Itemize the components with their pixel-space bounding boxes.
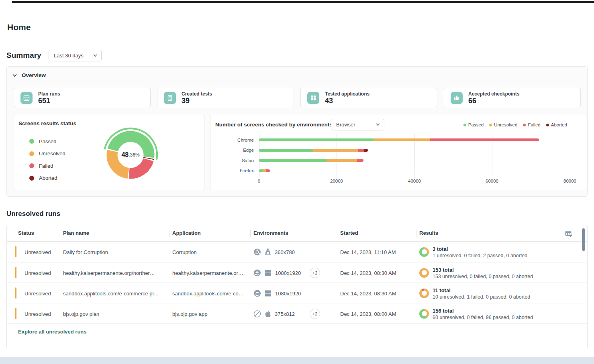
chevron-down-icon	[12, 71, 17, 79]
col-plan-name: Plan name	[63, 230, 89, 236]
row-results: 3 total 1 unresolved, 0 failed, 2 passed…	[433, 246, 527, 258]
legend-item-failed: Failed	[523, 122, 540, 127]
stat-label: Tested applications	[325, 91, 369, 97]
stat-card-plan-runs: Plan runs 651	[14, 88, 151, 107]
summary-range-select[interactable]: Last 30 days	[49, 50, 102, 61]
col-application: Application	[172, 230, 201, 236]
row-resolution: 375x812	[275, 311, 295, 317]
row-status: Unresolved	[24, 311, 51, 317]
edge-icon	[253, 269, 261, 277]
results-mini-donut	[419, 309, 429, 319]
x-tick: 0	[247, 179, 271, 183]
stat-value: 66	[468, 97, 476, 105]
test-doc-icon	[164, 92, 176, 104]
row-application: Corruption	[172, 249, 197, 255]
stat-label: Accepted checkpoints	[468, 91, 519, 97]
status-indicator	[15, 308, 16, 319]
table-row[interactable]: Unresolved healthy.kaiserpermanente.org/…	[7, 262, 587, 283]
bar-safari	[259, 159, 363, 162]
summary-heading: Summary	[6, 51, 41, 60]
bar-edge	[259, 149, 368, 152]
environment-group-select[interactable]: Browser	[331, 119, 384, 130]
bar-segment-failed	[357, 159, 363, 162]
unresolved-runs-heading: Unresolved runs	[6, 210, 60, 218]
safari-icon	[253, 310, 261, 317]
stat-label: Plan runs	[38, 91, 60, 97]
status-indicator	[15, 246, 16, 257]
bar-segment-unresolved	[327, 159, 357, 162]
extra-environments-badge[interactable]: +2	[310, 268, 320, 278]
column-divider	[250, 230, 251, 237]
row-started: Dec 14, 2023, 08:00 AM	[340, 311, 396, 317]
unresolved-dot	[29, 151, 34, 156]
overview-collapse-toggle[interactable]: Overview	[12, 71, 46, 79]
row-environments: 1080x1920	[253, 269, 301, 277]
legend-item-passed: Passed	[463, 122, 484, 127]
x-tick: 60000	[480, 179, 504, 183]
screens-by-environment-card: Number of screens checked by environment…	[210, 115, 588, 190]
linux-icon	[265, 248, 271, 256]
category-label: Edge	[214, 148, 254, 153]
chrome-icon	[253, 248, 261, 256]
windows-icon	[265, 269, 271, 276]
unresolved-dot	[489, 124, 492, 126]
column-divider	[562, 230, 562, 237]
bar-segment-passed	[259, 169, 263, 172]
row-plan-name: Daily for Corruption	[63, 249, 108, 255]
table-scrollbar[interactable]	[582, 228, 585, 251]
chevron-down-icon	[376, 123, 380, 126]
bar-segment-unresolved	[263, 169, 266, 172]
bar-segment-passed	[259, 149, 313, 152]
legend-item-aborted: Aborted	[29, 172, 65, 185]
row-resolution: 1080x1920	[275, 270, 301, 276]
extra-environments-badge[interactable]: +2	[310, 309, 320, 319]
windows-icon	[265, 290, 271, 297]
bar-firefox	[259, 169, 270, 172]
bar-segment-passed	[259, 159, 327, 162]
legend-item-aborted: Aborted	[546, 122, 567, 127]
column-divider	[60, 230, 60, 237]
explore-all-unresolved-runs-link[interactable]: Explore all unresolved runs	[18, 329, 87, 335]
results-status-donut	[98, 123, 163, 187]
legend-item-unresolved: Unresolved	[29, 148, 65, 160]
header-divider	[0, 39, 594, 39]
row-environments: 1080x1920	[253, 289, 301, 297]
row-started: Dec 14, 2023, 11:10 AM	[340, 249, 396, 255]
donut-legend: Passed Unresolved Failed Aborted	[29, 135, 65, 184]
bar-segment-failed	[266, 169, 270, 172]
table-row[interactable]: Unresolved Daily for Corruption Corrupti…	[7, 242, 587, 262]
bar-segment-passed	[259, 138, 374, 141]
bar-chart-legend: Passed Unresolved Failed Aborted	[463, 122, 567, 127]
results-mini-donut	[419, 268, 429, 278]
passed-dot	[463, 124, 466, 126]
results-mini-donut	[419, 289, 429, 298]
bar-segment-unresolved	[374, 138, 430, 141]
col-results: Results	[419, 230, 438, 236]
status-indicator	[15, 267, 16, 278]
stat-card-tested-applications: Tested applications 43	[300, 88, 437, 107]
row-environments: 360x780	[253, 248, 295, 256]
environment-group-value: Browser	[336, 122, 355, 128]
bottom-bar	[0, 357, 594, 364]
screens-results-status-card: Screens results status Passed Unresolved…	[14, 115, 204, 190]
gridline	[570, 134, 570, 178]
row-started: Dec 14, 2023, 08:30 AM	[340, 270, 396, 276]
passed-dot	[29, 139, 34, 144]
col-status: Status	[18, 230, 34, 236]
status-indicator	[15, 287, 16, 299]
edit-columns-icon[interactable]	[565, 230, 573, 238]
bar-segment-unresolved	[313, 149, 358, 152]
table-row[interactable]: Unresolved sandbox.applitools.com/e-comm…	[7, 283, 587, 303]
chevron-down-icon	[93, 54, 97, 57]
dashboard-page: Home Summary Last 30 days Overview Plan …	[0, 0, 594, 364]
edge-icon	[253, 289, 261, 297]
stat-value: 651	[38, 97, 50, 105]
row-environments: 375x812	[253, 310, 295, 317]
page-title: Home	[7, 22, 31, 32]
table-row[interactable]: Unresolved bjs.ojp.gov plan bjs.ojp.gov …	[7, 303, 587, 324]
summary-range-value: Last 30 days	[54, 53, 84, 59]
apple-icon	[265, 310, 271, 317]
row-plan-name: sandbox.applitools.com/e-commerce pl…	[63, 290, 159, 296]
row-application: sandbox.applitools.com/e-co…	[172, 290, 244, 296]
column-divider	[169, 230, 169, 237]
